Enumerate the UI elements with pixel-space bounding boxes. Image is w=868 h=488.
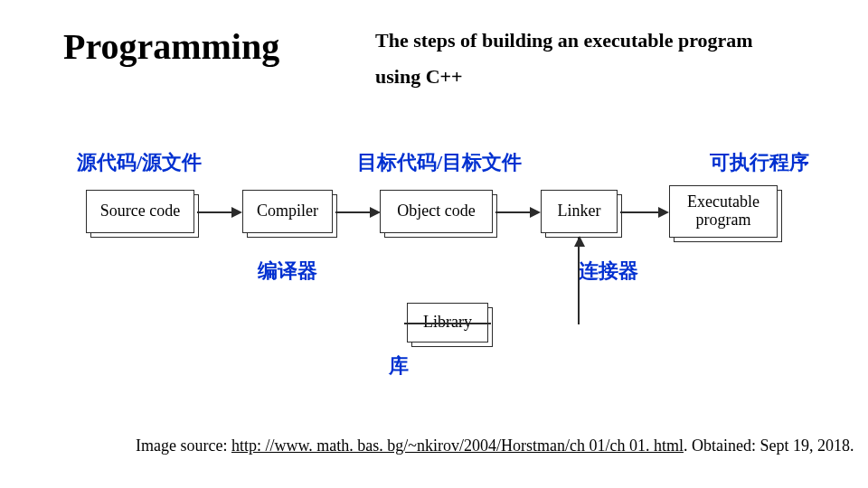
slide: Programming The steps of building an exe… — [0, 0, 868, 488]
citation-suffix: . Obtained: Sept 19, 2018. — [684, 436, 854, 455]
box-source: Source code — [86, 190, 194, 233]
label-source-zh: 源代码/源文件 — [77, 149, 202, 176]
label-library-zh: 库 — [389, 352, 409, 380]
label-compiler-zh: 编译器 — [258, 258, 317, 285]
label-object-zh: 目标代码/目标文件 — [357, 149, 522, 176]
image-source-citation: Image source: http: //www. math. bas. bg… — [136, 436, 854, 455]
box-executable: Executable program — [669, 185, 778, 238]
citation-prefix: Image source: — [136, 436, 231, 455]
box-compiler: Compiler — [242, 190, 333, 233]
box-library: Library — [407, 303, 488, 343]
subtitle-line-1: The steps of building an executable prog… — [375, 29, 753, 52]
page-title: Programming — [63, 25, 279, 68]
box-object: Object code — [380, 190, 493, 233]
build-pipeline-diagram: 源代码/源文件 目标代码/目标文件 可执行程序 编译器 连接器 库 Source… — [0, 131, 868, 384]
label-executable-zh: 可执行程序 — [710, 149, 809, 176]
subtitle-line-2: using C++ — [375, 65, 463, 89]
citation-link[interactable]: http: //www. math. bas. bg/~nkirov/2004/… — [231, 436, 684, 455]
arrow-library-to-linker — [491, 238, 581, 324]
label-linker-zh: 连接器 — [579, 258, 638, 285]
box-linker: Linker — [541, 190, 618, 233]
